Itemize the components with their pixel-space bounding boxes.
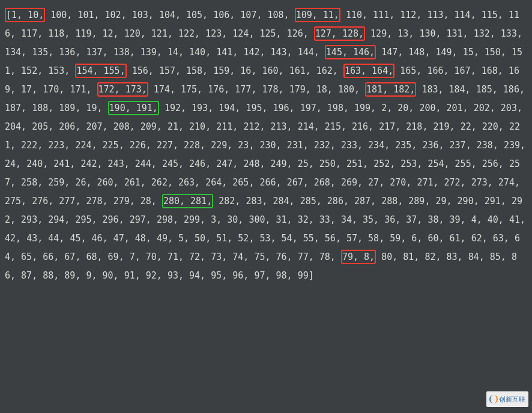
highlight-box: 172, 173, bbox=[97, 82, 148, 97]
watermark-icon bbox=[489, 395, 498, 403]
highlight-box: 163, 164, bbox=[343, 64, 394, 78]
highlight-box: 127, 128, bbox=[314, 26, 365, 41]
highlight-box: 109, 11, bbox=[295, 8, 340, 22]
highlight-box: [1, 10, bbox=[5, 8, 45, 22]
code-output-block: [1, 10, 100, 101, 102, 103, 104, 105, 10… bbox=[0, 0, 532, 291]
highlight-box: 145, 146, bbox=[325, 45, 376, 59]
highlight-box: 154, 155, bbox=[75, 64, 126, 78]
highlight-box: 79, 8, bbox=[341, 250, 376, 264]
highlight-box: 280, 281, bbox=[162, 194, 213, 208]
watermark-logo: 创新互联 bbox=[486, 391, 528, 407]
highlight-box: 190, 191, bbox=[108, 101, 159, 115]
watermark-text: 创新互联 bbox=[499, 395, 525, 404]
highlight-box: 181, 182, bbox=[365, 82, 416, 97]
